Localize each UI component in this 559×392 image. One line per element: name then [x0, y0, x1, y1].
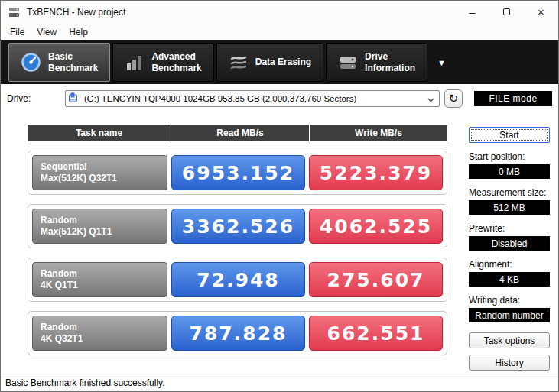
- tab-label: Basic Benchmark: [48, 51, 98, 74]
- tab-label: Advanced Benchmark: [151, 51, 201, 74]
- read-value: 6953.152: [171, 155, 305, 190]
- field-value: Random number: [469, 308, 550, 322]
- main-area: Task name Read MB/s Write MB/s Sequentia…: [1, 113, 558, 374]
- task-label-line: Random: [41, 322, 167, 333]
- menu-view[interactable]: View: [31, 24, 63, 40]
- read-value: 3362.526: [171, 209, 305, 244]
- task-label-line: Random: [41, 215, 167, 226]
- tab-basic-benchmark[interactable]: Basic Benchmark: [8, 43, 110, 82]
- speedometer-icon: [21, 52, 41, 73]
- drive-icon: [69, 92, 80, 105]
- drive-label: Drive:: [7, 93, 65, 104]
- erase-waves-icon: [229, 53, 249, 73]
- field-value: Disabled: [469, 236, 550, 251]
- benchmark-table: Task name Read MB/s Write MB/s Sequentia…: [28, 125, 447, 374]
- writing-data-field: Writing data: Random number: [469, 295, 550, 322]
- field-label: Writing data:: [469, 295, 550, 306]
- window-controls: – ×: [455, 1, 558, 23]
- toolbar-more-dropdown-icon[interactable]: ▼: [437, 58, 446, 67]
- start-position-field: Start position: 0 MB: [469, 151, 550, 179]
- tab-drive-information[interactable]: Drive Information: [326, 43, 427, 82]
- measurement-size-field: Measurement size: 512 MB: [469, 187, 550, 215]
- app-icon: [8, 6, 21, 18]
- task-button-sequential-q32t1[interactable]: Sequential Max(512K) Q32T1: [32, 155, 167, 190]
- column-header-write: Write MB/s: [310, 125, 447, 141]
- field-label: Alignment:: [469, 259, 550, 270]
- task-options-button[interactable]: Task options: [469, 332, 550, 348]
- minimize-button[interactable]: –: [455, 1, 489, 23]
- write-value: 275.607: [309, 262, 443, 297]
- title-bar: TxBENCH - New project – ×: [1, 1, 558, 23]
- task-label-line: 4K Q32T1: [41, 333, 167, 345]
- menu-help[interactable]: Help: [63, 24, 94, 40]
- column-header-read: Read MB/s: [171, 125, 309, 141]
- task-button-random-4k-q32t1[interactable]: Random 4K Q32T1: [32, 316, 167, 351]
- status-text: Basic Benchmark finished successfully.: [5, 377, 165, 388]
- tab-label-line: Benchmark: [151, 63, 201, 74]
- close-icon: ×: [538, 5, 544, 18]
- write-value: 662.551: [309, 316, 443, 351]
- refresh-icon: ↻: [449, 92, 459, 105]
- write-value: 5223.379: [309, 155, 443, 190]
- status-bar: Basic Benchmark finished successfully.: [1, 374, 558, 391]
- table-header-row: Task name Read MB/s Write MB/s: [28, 125, 447, 141]
- task-label-line: Sequential: [41, 161, 167, 173]
- tab-label-line: Drive: [365, 51, 415, 63]
- tab-label: Data Erasing: [255, 57, 311, 68]
- field-value: 0 MB: [469, 164, 550, 179]
- field-label: Measurement size:: [469, 187, 550, 198]
- drive-select-value: (G:) TENGYIN TQP4000 1024GB 953.85 GB (2…: [84, 94, 423, 103]
- minimize-icon: –: [469, 5, 475, 18]
- task-label-line: Random: [41, 268, 167, 280]
- write-value: 4062.525: [309, 209, 443, 244]
- tab-label-line: Data Erasing: [255, 57, 311, 68]
- field-value: 4 KB: [469, 272, 550, 287]
- maximize-button[interactable]: [489, 1, 524, 23]
- file-mode-badge: FILE mode: [474, 91, 552, 106]
- tab-label-line: Information: [365, 63, 415, 74]
- table-row: Sequential Max(512K) Q32T1 6953.152 5223…: [28, 151, 447, 195]
- alignment-field: Alignment: 4 KB: [469, 259, 550, 287]
- read-value: 787.828: [171, 316, 305, 351]
- table-row: Random 4K Q32T1 787.828 662.551: [28, 311, 447, 355]
- history-button[interactable]: History: [469, 355, 550, 371]
- tab-data-erasing[interactable]: Data Erasing: [216, 43, 323, 82]
- drive-row: Drive: (G:) TENGYIN TQP4000 1024GB 953.8…: [1, 84, 558, 113]
- menu-bar: File View Help: [1, 23, 558, 40]
- task-label-line: Max(512K) Q1T1: [41, 226, 167, 238]
- close-button[interactable]: ×: [524, 1, 558, 23]
- drive-select[interactable]: (G:) TENGYIN TQP4000 1024GB 953.85 GB (2…: [65, 90, 440, 107]
- task-button-random-4k-q1t1[interactable]: Random 4K Q1T1: [32, 262, 167, 297]
- column-header-task: Task name: [28, 125, 171, 141]
- table-row: Random 4K Q1T1 72.948 275.607: [28, 258, 447, 302]
- field-label: Start position:: [469, 151, 550, 162]
- start-button[interactable]: Start: [469, 127, 550, 143]
- field-value: 512 MB: [469, 200, 550, 215]
- task-label-line: 4K Q1T1: [41, 280, 167, 291]
- refresh-drives-button[interactable]: ↻: [444, 89, 463, 108]
- table-row: Random Max(512K) Q1T1 3362.526 4062.525: [28, 204, 447, 248]
- drive-info-icon: [338, 53, 358, 73]
- task-button-random-q1t1[interactable]: Random Max(512K) Q1T1: [32, 209, 167, 244]
- tab-label-line: Benchmark: [48, 63, 98, 74]
- tab-label-line: Basic: [48, 51, 98, 63]
- menu-file[interactable]: File: [4, 24, 31, 40]
- app-window: TxBENCH - New project – × File View Help: [0, 0, 559, 392]
- tab-advanced-benchmark[interactable]: Advanced Benchmark: [112, 43, 213, 82]
- tab-label: Drive Information: [365, 51, 415, 74]
- toolbar: Basic Benchmark Advanced Benchmark: [1, 40, 558, 84]
- window-title: TxBENCH - New project: [27, 7, 125, 18]
- chevron-down-icon: [427, 92, 434, 105]
- bar-chart-icon: [125, 53, 145, 73]
- task-label-line: Max(512K) Q32T1: [41, 173, 167, 184]
- tab-label-line: Advanced: [151, 51, 201, 63]
- field-label: Prewrite:: [469, 223, 550, 234]
- read-value: 72.948: [171, 262, 305, 297]
- settings-sidebar: Start Start position: 0 MB Measurement s…: [469, 127, 550, 374]
- prewrite-field: Prewrite: Disabled: [469, 223, 550, 251]
- maximize-icon: [503, 8, 510, 15]
